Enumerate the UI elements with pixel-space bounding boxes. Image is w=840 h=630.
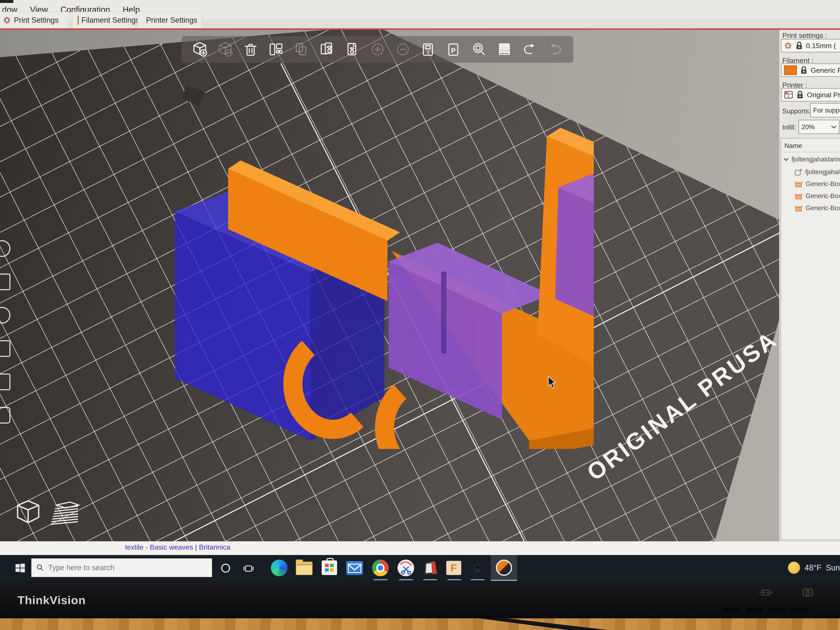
lock-icon <box>796 90 804 99</box>
tab-label: Filament Settings <box>82 16 139 25</box>
snip-sketch-icon[interactable] <box>398 560 414 576</box>
box-icon <box>794 192 803 200</box>
window-edge-fragment <box>0 0 13 3</box>
cortana-icon[interactable] <box>220 563 231 573</box>
tree-child-row[interactable]: fjoltengjahald <box>794 168 840 177</box>
filament-swatch-icon <box>78 16 79 25</box>
running-indicator <box>471 579 485 580</box>
bezel-button[interactable] <box>792 608 808 613</box>
monitor-bezel: ThinkVision <box>0 581 840 618</box>
running-indicator <box>399 579 413 580</box>
f-app-icon[interactable]: F <box>446 561 461 575</box>
box-icon <box>794 204 803 212</box>
mail-icon[interactable] <box>346 561 363 575</box>
monitor-brand-logo: ThinkVision <box>17 593 85 607</box>
photo-of-monitor: dow View Configuration Help Print Settin… <box>0 0 840 630</box>
settings-tab-bar: Print Settings Filament Settings Printer… <box>0 19 840 28</box>
lock-icon <box>795 41 803 50</box>
edge-icon[interactable] <box>271 560 287 576</box>
running-indicator <box>374 579 387 580</box>
tree-box-row[interactable]: Generic-Box <box>794 180 840 188</box>
model-3d-render[interactable] <box>136 53 594 449</box>
display-menu-icon <box>802 588 814 597</box>
paint-tool-icon[interactable] <box>0 407 10 423</box>
sliced-preview-icon[interactable] <box>47 501 80 526</box>
filament-value: Generic P <box>811 66 840 74</box>
3d-editor-view-icon[interactable] <box>14 499 42 526</box>
tree-box-label: Generic-Box <box>805 204 840 212</box>
right-sidebar: Print settings : 0.15mm ( Filament : Gen… <box>779 30 840 541</box>
tab-print-settings[interactable]: Print Settings <box>0 12 69 28</box>
printer-value: Original Pr <box>807 91 840 99</box>
microsoft-store-icon[interactable] <box>322 561 337 575</box>
tree-box-row[interactable]: Generic-Box <box>794 204 840 212</box>
search-input[interactable] <box>48 563 194 572</box>
input-source-icon <box>758 588 774 597</box>
f-app-letter: F <box>451 562 457 573</box>
filament-color-swatch <box>784 65 797 75</box>
file-explorer-icon[interactable] <box>296 562 313 575</box>
tree-box-label: Generic-Box <box>805 180 840 188</box>
infill-value: 20% <box>802 123 815 131</box>
tree-child-label: fjoltengjahald <box>805 168 840 176</box>
mouse-cursor <box>548 376 557 390</box>
prusaslicer-icon <box>496 560 512 576</box>
bezel-button[interactable] <box>746 608 763 613</box>
infill-label: Infill: <box>782 123 796 131</box>
status-strip: textile - Basic weaves | Britannica <box>0 541 840 555</box>
weather-sun-icon[interactable] <box>788 562 800 574</box>
accent-divider <box>0 28 840 30</box>
tab-label: Printer Settings <box>146 16 197 25</box>
bezel-button[interactable] <box>723 608 740 613</box>
chevron-down-icon <box>831 125 837 129</box>
tree-box-row[interactable]: Generic-Box <box>794 192 840 200</box>
supports-value: For suppo <box>813 106 840 114</box>
active-app-tile[interactable] <box>491 555 517 581</box>
lock-icon <box>800 66 808 74</box>
print-settings-select[interactable]: 0.15mm ( <box>781 39 840 52</box>
gear-icon <box>3 16 11 24</box>
weather-temp[interactable]: 48°F <box>805 563 821 572</box>
tab-printer-settings[interactable]: Printer Settings <box>137 12 202 28</box>
running-indicator <box>423 579 437 580</box>
tree-box-label: Generic-Box <box>805 192 840 200</box>
slicer-dark-icon[interactable] <box>422 560 439 576</box>
3d-viewport[interactable]: o P <box>0 30 779 541</box>
running-indicator <box>447 579 461 580</box>
flatten-tool-icon[interactable] <box>0 340 10 357</box>
spade-app-icon[interactable]: ♠ <box>470 559 486 575</box>
cut-tool-icon[interactable] <box>0 374 10 390</box>
tab-filament-settings[interactable]: Filament Settings <box>72 12 134 28</box>
supports-label: Supports: <box>782 107 811 115</box>
filament-select[interactable]: Generic P <box>781 63 840 77</box>
supports-select[interactable]: For suppo <box>810 103 840 117</box>
start-button-icon[interactable] <box>14 562 26 574</box>
tab-label: Print Settings <box>14 16 58 25</box>
taskbar-search[interactable] <box>31 558 212 577</box>
windows-taskbar: F ♠ 48°F Sunn <box>0 555 840 581</box>
scale-tool-icon[interactable] <box>0 273 10 290</box>
chevron-down-icon <box>783 157 789 162</box>
add-part-icon <box>794 168 803 177</box>
printer-icon <box>784 90 793 99</box>
printer-select[interactable]: Original Pr <box>781 88 840 101</box>
box-icon <box>794 180 803 188</box>
divider <box>781 152 840 152</box>
object-list-panel: Name fjoltengjahaldariny fjoltengjahald … <box>781 138 840 540</box>
wood-desk <box>0 618 840 630</box>
bezel-button[interactable] <box>769 608 785 613</box>
print-settings-value: 0.15mm ( <box>806 42 836 50</box>
spade-glyph: ♠ <box>474 559 482 575</box>
tree-root-row[interactable]: fjoltengjahaldariny <box>783 156 840 163</box>
infill-select[interactable]: 20% <box>799 120 839 134</box>
object-list-header: Name <box>785 142 802 150</box>
search-icon <box>36 564 44 572</box>
status-link-text: textile - Basic weaves | Britannica <box>125 543 231 551</box>
gear-icon <box>784 41 792 50</box>
chrome-icon[interactable] <box>372 560 389 576</box>
weather-condition[interactable]: Sunn <box>826 563 840 572</box>
print-settings-label: Print settings : <box>782 32 827 39</box>
tree-root-label: fjoltengjahaldariny <box>791 156 840 163</box>
task-view-icon[interactable] <box>243 563 254 574</box>
